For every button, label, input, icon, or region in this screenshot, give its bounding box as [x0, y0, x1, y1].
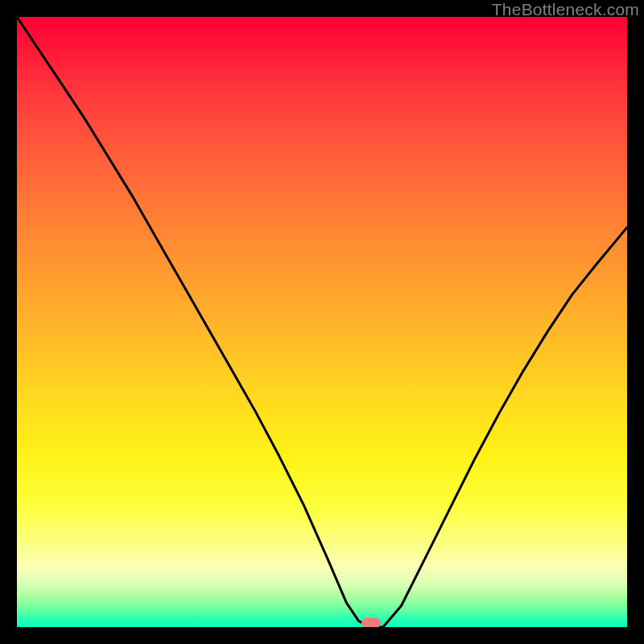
bottleneck-curve — [17, 17, 627, 627]
plot-area — [17, 17, 627, 627]
watermark-text: TheBottleneck.com — [492, 0, 639, 19]
optimal-point-marker — [361, 618, 381, 627]
chart-stage: TheBottleneck.com — [0, 0, 644, 644]
